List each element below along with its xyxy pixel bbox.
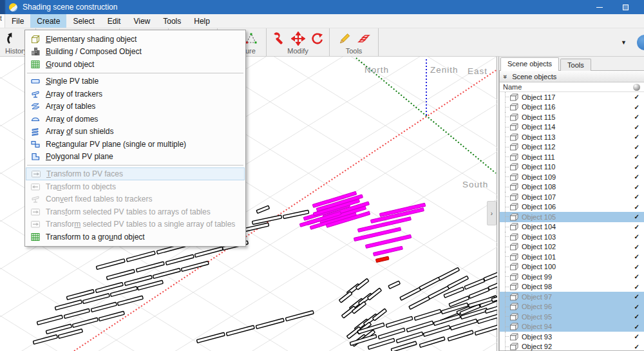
menubar-item-edit[interactable]: Edit <box>101 14 128 28</box>
visibility-checkmark[interactable]: ✓ <box>634 124 639 131</box>
menu-item-transform-selected-pv-tables-to-arrays-of-tables[interactable]: Transform selected PV tables to arrays o… <box>26 205 245 218</box>
rotate-button[interactable] <box>309 31 325 46</box>
menu-item-array-of-trackers[interactable]: Array of trackers <box>26 88 245 100</box>
menubar-item-view[interactable]: View <box>127 14 156 28</box>
object-row-object-105[interactable]: Object 105✓ <box>500 212 644 222</box>
visibility-checkmark[interactable]: ✓ <box>634 204 639 211</box>
visibility-checkmark[interactable]: ✓ <box>634 164 639 171</box>
object-row-object-93[interactable]: Object 93✓ <box>500 332 644 342</box>
maximize-button[interactable] <box>614 0 636 14</box>
visibility-checkmark[interactable]: ✓ <box>634 213 639 220</box>
object-row-object-112[interactable]: Object 112✓ <box>500 142 644 153</box>
object-row-object-107[interactable]: Object 107✓ <box>500 192 644 202</box>
menubar-item-tools[interactable]: Tools <box>156 14 187 28</box>
object-row-object-94[interactable]: Object 94✓ <box>500 322 644 332</box>
visibility-checkmark[interactable]: ✓ <box>634 184 639 191</box>
tree-connector <box>506 227 509 227</box>
menu-item-rectangular-pv-plane-single-or-multiple[interactable]: Rectangular PV plane (single or multiple… <box>26 138 245 151</box>
multi-object-button[interactable] <box>355 31 371 46</box>
pencil-button[interactable] <box>337 31 352 46</box>
tab-scene-objects[interactable]: Scene objects <box>500 57 559 71</box>
tab-tools[interactable]: Tools <box>560 59 591 71</box>
menu-item-array-of-domes[interactable]: Array of domes <box>26 113 245 126</box>
menu-separator <box>27 165 243 166</box>
menu-item-label: Array of tables <box>46 102 95 111</box>
visibility-checkmark[interactable]: ✓ <box>634 273 639 280</box>
tree-connector <box>506 247 509 247</box>
menu-item-label: Single PV table <box>46 77 99 86</box>
object-row-object-103[interactable]: Object 103✓ <box>500 232 644 242</box>
menu-item-array-of-tables[interactable]: Array of tables <box>26 100 245 113</box>
menu-item-label: Elementary shading object <box>46 35 137 44</box>
object-row-object-106[interactable]: Object 106✓ <box>500 202 644 213</box>
menu-item-convert-fixed-tables-to-trackers[interactable]: Convert fixed tables to trackers <box>26 193 245 206</box>
visibility-checkmark[interactable]: ✓ <box>634 323 639 330</box>
menu-item-polygonal-pv-plane[interactable]: Polygonal PV plane <box>26 151 245 164</box>
object-row-object-109[interactable]: Object 109✓ <box>500 172 644 182</box>
history-button[interactable] <box>4 31 19 46</box>
visibility-checkmark[interactable]: ✓ <box>634 333 639 340</box>
object-row-object-110[interactable]: Object 110✓ <box>500 162 644 173</box>
object-name: Object 112 <box>522 143 555 151</box>
object-row-object-96[interactable]: Object 96✓ <box>500 302 644 312</box>
object-row-object-101[interactable]: Object 101✓ <box>500 252 644 262</box>
visibility-checkmark[interactable]: ✓ <box>634 313 639 320</box>
object-row-object-108[interactable]: Object 108✓ <box>500 182 644 193</box>
object-row-object-115[interactable]: Object 115✓ <box>500 112 644 122</box>
help-button[interactable] <box>637 35 644 50</box>
object-row-object-117[interactable]: Object 117✓ <box>500 92 644 102</box>
object-row-object-95[interactable]: Object 95✓ <box>500 312 644 322</box>
menubar-item-file[interactable]: File <box>5 14 30 28</box>
compass-label-zenith: Zenith <box>430 65 459 75</box>
visibility-checkmark[interactable]: ✓ <box>634 133 639 140</box>
toolbar-dropdown-arrow[interactable]: ▼ <box>621 39 627 46</box>
object-row-object-100[interactable]: Object 100✓ <box>500 262 644 272</box>
visibility-checkmark[interactable]: ✓ <box>634 113 639 120</box>
visibility-checkmark[interactable]: ✓ <box>634 173 639 180</box>
object-row-object-111[interactable]: Object 111✓ <box>500 152 644 162</box>
menu-item-array-of-sun-shields[interactable]: Array of sun shields <box>26 126 245 138</box>
object-row-object-113[interactable]: Object 113✓ <box>500 132 644 142</box>
menu-item-single-pv-table[interactable]: Single PV table <box>26 75 245 88</box>
object-box-icon <box>509 203 519 211</box>
object-row-object-116[interactable]: Object 116✓ <box>500 102 644 113</box>
panel-collapse-handle[interactable]: › <box>487 201 497 225</box>
visibility-checkmark[interactable]: ✓ <box>634 223 639 231</box>
object-row-object-114[interactable]: Object 114✓ <box>500 122 644 133</box>
visibility-checkmark[interactable]: ✓ <box>634 104 639 111</box>
menu-item-transform-to-a-ground-object[interactable]: Transform to a ground object <box>26 231 245 243</box>
visibility-checkmark[interactable]: ✓ <box>634 253 639 260</box>
scene-objects-section-header[interactable]: » Scene objects <box>500 71 644 82</box>
menu-item-transform-to-objects[interactable]: Transform to objects <box>26 180 245 193</box>
object-row-object-92[interactable]: Object 92✓ <box>500 342 644 351</box>
visibility-checkmark[interactable]: ✓ <box>634 243 639 251</box>
visibility-checkmark[interactable]: ✓ <box>634 153 639 160</box>
minimize-button[interactable] <box>589 0 611 14</box>
menu-item-transform-to-pv-faces[interactable]: Transform to PV faces <box>26 167 245 180</box>
menubar-item-select[interactable]: Select <box>66 14 100 28</box>
object-row-object-102[interactable]: Object 102✓ <box>500 242 644 252</box>
menu-item-transform-selected-pv-tables-to-a-single-array-of-tables[interactable]: Transform selected PV tables to a single… <box>26 218 245 231</box>
object-row-object-99[interactable]: Object 99✓ <box>500 272 644 282</box>
visibility-checkmark[interactable]: ✓ <box>634 283 639 290</box>
object-box-icon <box>509 113 519 121</box>
visibility-checkmark[interactable]: ✓ <box>634 93 639 100</box>
wrench-button[interactable] <box>272 31 287 46</box>
visibility-checkmark[interactable]: ✓ <box>634 144 639 151</box>
visibility-checkmark[interactable]: ✓ <box>634 263 639 270</box>
menu-item-elementary-shading-object[interactable]: Elementary shading object <box>26 33 245 46</box>
object-row-object-98[interactable]: Object 98✓ <box>500 282 644 292</box>
menu-item-ground-object[interactable]: Ground object <box>26 58 245 71</box>
move-button[interactable] <box>290 31 306 46</box>
menubar-item-create[interactable]: Create <box>30 14 66 28</box>
visibility-checkmark[interactable]: ✓ <box>634 233 639 240</box>
visibility-checkmark[interactable]: ✓ <box>634 343 639 350</box>
menu-item-building-composed-object[interactable]: Building / Composed Object <box>26 46 245 59</box>
menubar-item-help[interactable]: Help <box>187 14 216 28</box>
object-row-object-97[interactable]: Object 97✓ <box>500 292 644 302</box>
visibility-checkmark[interactable]: ✓ <box>634 293 639 300</box>
object-row-object-104[interactable]: Object 104✓ <box>500 222 644 232</box>
name-column-header[interactable]: Name <box>500 82 644 92</box>
visibility-checkmark[interactable]: ✓ <box>634 303 639 310</box>
visibility-checkmark[interactable]: ✓ <box>634 193 639 200</box>
